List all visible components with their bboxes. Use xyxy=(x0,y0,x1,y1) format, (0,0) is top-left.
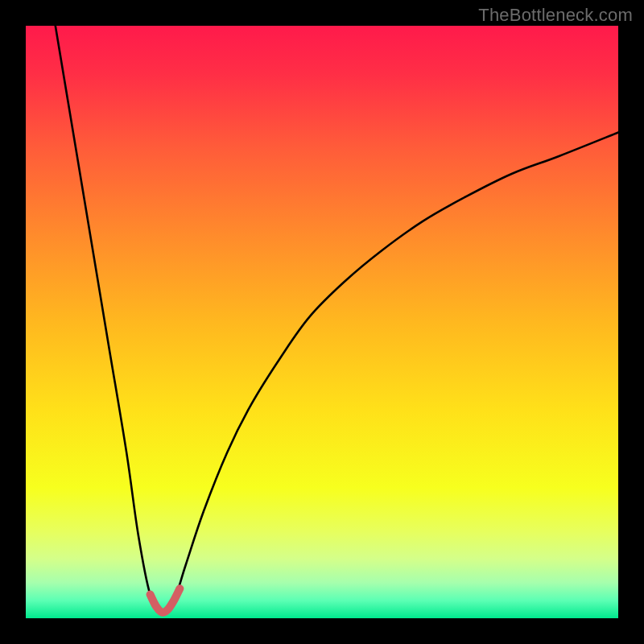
bottleneck-curve xyxy=(26,26,618,618)
watermark-text: TheBottleneck.com xyxy=(478,5,633,26)
plot-area xyxy=(26,26,618,618)
curve-line xyxy=(56,26,618,613)
optimal-marker xyxy=(151,588,180,613)
chart-frame: TheBottleneck.com xyxy=(0,0,644,644)
